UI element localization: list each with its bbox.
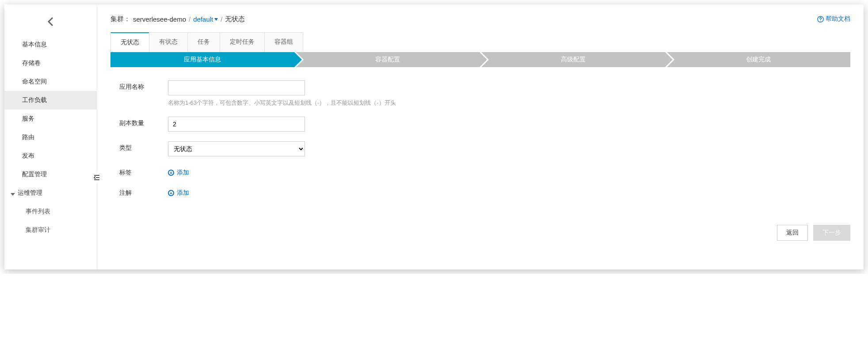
app-name-input[interactable] [168, 80, 305, 95]
sidebar-item-workload[interactable]: 工作负载 [4, 91, 97, 110]
sidebar-item-storage[interactable]: 存储卷 [4, 54, 97, 72]
tab-pods[interactable]: 容器组 [264, 32, 303, 52]
annotations-label: 注解 [119, 186, 168, 197]
replicas-input[interactable] [168, 117, 305, 132]
caret-down-icon [11, 191, 15, 198]
breadcrumb-namespace-label: default [193, 15, 213, 23]
type-select[interactable]: 无状态 [168, 141, 305, 156]
caret-down-icon [214, 18, 218, 21]
add-label-button[interactable]: + 添加 [168, 166, 189, 177]
form: 应用名称 名称为1-63个字符，可包含数字、小写英文字以及短划线（-），且不能以… [110, 67, 850, 220]
svg-marker-0 [11, 193, 15, 196]
help-link-label: 帮助文档 [826, 15, 850, 23]
sidebar: 基本信息 存储卷 命名空间 工作负载 服务 路由 发布 配置管理 运维管理 事件… [4, 4, 97, 269]
svg-point-6 [820, 20, 821, 21]
back-button[interactable]: 返回 [777, 225, 808, 241]
breadcrumb-cluster-name: serverlesee-demo [133, 15, 186, 23]
plus-circle-icon: + [168, 170, 174, 176]
sidebar-item-config[interactable]: 配置管理 [4, 165, 97, 184]
sidebar-item-audit[interactable]: 集群审计 [4, 221, 97, 239]
form-footer: 返回 下一步 [110, 220, 850, 245]
next-button[interactable]: 下一步 [813, 225, 850, 241]
sidebar-item-ops[interactable]: 运维管理 [4, 184, 97, 202]
type-label: 类型 [119, 141, 168, 152]
breadcrumb-cluster-label: 集群： [110, 15, 130, 23]
breadcrumb-current: 无状态 [225, 15, 245, 23]
step-container-config[interactable]: 容器配置 [296, 52, 480, 67]
svg-marker-4 [214, 18, 218, 21]
sidebar-item-events[interactable]: 事件列表 [4, 202, 97, 221]
sidebar-item-route[interactable]: 路由 [4, 128, 97, 147]
back-button[interactable] [4, 9, 97, 35]
sidebar-item-namespace[interactable]: 命名空间 [4, 72, 97, 91]
chevron-left-icon [47, 17, 54, 27]
sidebar-item-service[interactable]: 服务 [4, 110, 97, 128]
question-circle-icon [817, 16, 824, 23]
add-label-text: 添加 [177, 169, 189, 177]
step-complete[interactable]: 创建完成 [667, 52, 851, 67]
add-annotation-button[interactable]: + 添加 [168, 186, 189, 197]
step-basic-info[interactable]: 应用基本信息 [110, 52, 294, 67]
help-link[interactable]: 帮助文档 [817, 15, 850, 23]
tab-stateless[interactable]: 无状态 [110, 32, 149, 52]
replicas-label: 副本数量 [119, 117, 168, 127]
breadcrumb-separator: / [221, 15, 222, 23]
step-advanced-config[interactable]: 高级配置 [481, 52, 665, 67]
app-name-label: 应用名称 [119, 80, 168, 91]
plus-circle-icon: + [168, 190, 174, 196]
main-content: 集群： serverlesee-demo / default / 无状态 帮助文… [97, 4, 864, 269]
breadcrumb: 集群： serverlesee-demo / default / 无状态 [110, 15, 850, 23]
sidebar-item-basic-info[interactable]: 基本信息 [4, 35, 97, 54]
tab-job[interactable]: 任务 [187, 32, 220, 52]
breadcrumb-namespace-dropdown[interactable]: default [193, 15, 218, 23]
tabs: 无状态 有状态 任务 定时任务 容器组 [110, 32, 850, 52]
breadcrumb-separator: / [189, 15, 190, 23]
labels-label: 标签 [119, 166, 168, 177]
wizard-steps: 应用基本信息 容器配置 高级配置 创建完成 [110, 52, 850, 67]
sidebar-item-release[interactable]: 发布 [4, 147, 97, 165]
app-name-hint: 名称为1-63个字符，可包含数字、小写英文字以及短划线（-），且不能以短划线（-… [168, 99, 841, 107]
add-annotation-text: 添加 [177, 189, 189, 197]
tab-stateful[interactable]: 有状态 [149, 32, 188, 52]
sidebar-item-label: 运维管理 [18, 189, 42, 196]
tab-cronjob[interactable]: 定时任务 [220, 32, 265, 52]
